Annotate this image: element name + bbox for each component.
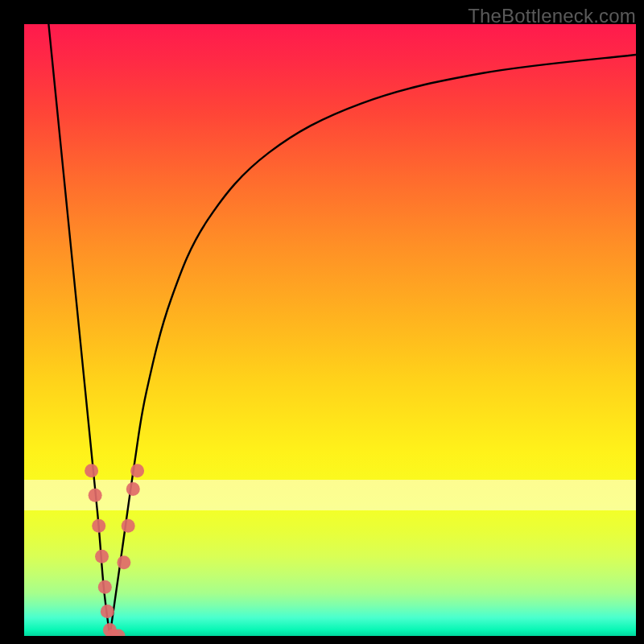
data-point bbox=[85, 464, 98, 477]
data-point bbox=[89, 489, 102, 502]
data-point bbox=[117, 555, 130, 569]
data-point bbox=[101, 605, 114, 618]
curve-right-branch bbox=[109, 55, 636, 636]
chart-svg bbox=[24, 24, 636, 636]
curve-left-branch bbox=[48, 24, 109, 636]
data-point bbox=[126, 482, 140, 496]
data-point bbox=[130, 464, 144, 477]
plot-area bbox=[24, 24, 636, 636]
data-point bbox=[98, 580, 112, 594]
data-point bbox=[122, 519, 135, 533]
data-point bbox=[92, 519, 105, 533]
curve-group bbox=[48, 24, 636, 636]
chart-frame: TheBottleneck.com bbox=[0, 0, 644, 644]
data-point bbox=[95, 550, 109, 564]
